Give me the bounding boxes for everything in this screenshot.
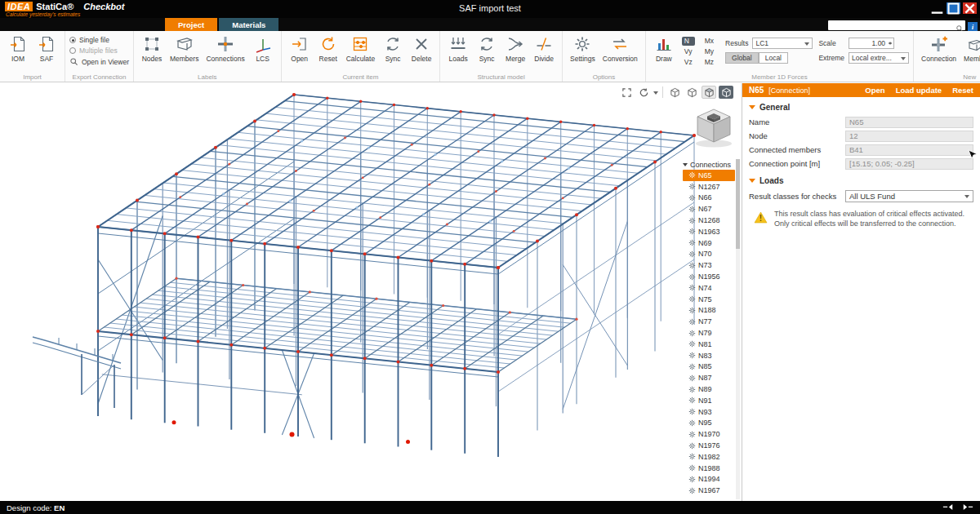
global-toggle[interactable]: Global [725,52,759,64]
detail-open-button[interactable]: Open [865,86,884,95]
detail-reset-button[interactable]: Reset [952,86,973,95]
divide-button[interactable]: Divide [530,33,558,64]
connection-item[interactable]: N79 [683,327,735,339]
labels-members-button[interactable]: Members [167,33,202,64]
sync-item-button[interactable]: Sync [379,33,407,64]
model-viewport-3d[interactable]: Connections N65N1267N66N67N1268N1963N69N… [0,83,742,501]
connection-item[interactable]: N91 [683,395,735,406]
connection-item[interactable]: N1967 [683,485,735,496]
merge-button[interactable]: Merge [501,33,529,64]
collapse-right-icon[interactable] [962,503,973,511]
delete-item-button[interactable]: Delete [408,33,435,64]
labels-lcs-button[interactable]: LCS [249,33,277,64]
connected-members-field[interactable]: B41 [845,144,973,156]
connection-point-field[interactable]: [15.15; 0.05; -0.25] [845,158,973,170]
loads-button[interactable]: Loads [444,33,472,64]
force-my-toggle[interactable]: My [702,47,716,56]
open-item-button[interactable]: Open [286,33,314,64]
new-connection-button[interactable]: Connection [918,33,960,64]
calculate-button[interactable]: Calculate [343,33,378,64]
connection-item[interactable]: N188 [683,305,735,317]
section-collapse-icon[interactable] [749,179,755,186]
collapse-left-icon[interactable] [942,503,954,511]
export-multiple-files-radio[interactable]: Multiple files [69,47,129,55]
connection-item[interactable]: N65 [683,170,735,181]
connection-item[interactable]: N81 [683,339,735,350]
connection-item[interactable]: N67 [683,203,735,215]
connection-item[interactable]: N85 [683,361,735,373]
connection-item[interactable]: N1994 [683,474,735,485]
connection-item[interactable]: N74 [683,282,735,294]
minimize-icon[interactable] [930,2,944,14]
scrollbar-thumb[interactable] [736,159,740,249]
fullscreen-icon[interactable] [619,86,634,99]
divide-icon [535,35,553,53]
loads-section-header[interactable]: Loads [742,171,980,188]
connection-item[interactable]: N69 [683,237,735,249]
connection-item[interactable]: N93 [683,406,735,418]
tree-collapse-icon[interactable] [683,163,688,169]
scale-stepper[interactable]: 1.00 [849,38,894,49]
new-member-button[interactable]: Member [960,33,980,64]
force-vz-toggle[interactable]: Vz [682,58,695,67]
node-field[interactable]: 12 [845,131,973,142]
connection-item[interactable]: N1963 [683,226,735,237]
info-icon[interactable]: i [968,20,978,30]
local-toggle[interactable]: Local [759,52,788,64]
section-collapse-icon[interactable] [749,105,755,113]
close-icon[interactable] [963,2,977,14]
search-icon[interactable] [956,21,964,29]
connections-tree-root[interactable]: Connections [683,159,735,170]
connection-item[interactable]: N75 [683,294,735,305]
labels-nodes-button[interactable]: Nodes [138,33,166,64]
view-shaded-icon[interactable] [719,86,733,99]
reset-item-button[interactable]: Reset [314,33,342,64]
rotate-view-icon[interactable] [636,86,651,99]
general-section-header[interactable]: General [742,97,980,115]
view-solid-icon[interactable] [702,86,716,99]
conversion-button[interactable]: Conversion [599,33,641,64]
results-combo[interactable]: LC1 [752,38,813,49]
settings-button[interactable]: Settings [567,33,599,64]
iom-import-button[interactable]: IOM [4,33,32,64]
connections-scrollbar[interactable] [736,159,740,499]
draw-forces-button[interactable]: Draw [650,33,678,64]
connection-item[interactable]: N1982 [683,451,735,463]
labels-connections-button[interactable]: Connections [203,33,247,64]
chevron-down-icon[interactable] [653,91,658,97]
navigation-cube[interactable] [690,103,737,150]
view-wireframe-icon[interactable] [667,86,682,99]
connection-item[interactable]: N95 [683,418,735,429]
force-mz-toggle[interactable]: Mz [702,58,716,67]
tab-project[interactable]: Project [165,18,217,31]
connection-item[interactable]: N87 [683,372,735,383]
force-mx-toggle[interactable]: Mx [702,37,716,46]
connection-item[interactable]: N89 [683,383,735,395]
force-n-toggle[interactable]: N [682,37,695,46]
saf-import-button[interactable]: SAF [33,33,60,64]
connection-item[interactable]: N77 [683,316,735,327]
maximize-icon[interactable] [947,2,960,14]
export-single-file-radio[interactable]: Single file [69,36,129,44]
connection-item[interactable]: N1956 [683,271,735,282]
open-in-viewer-button[interactable]: Open in Viewer [69,57,129,66]
connection-item[interactable]: N1268 [683,215,735,226]
sync-model-button[interactable]: Sync [473,33,501,64]
connection-item[interactable]: N70 [683,249,735,260]
connection-item[interactable]: N73 [683,259,735,271]
connection-item[interactable]: N1988 [683,463,735,474]
result-classes-combo[interactable]: All ULS Fund [845,190,973,202]
connection-item[interactable]: N1970 [683,428,735,440]
detail-load-update-button[interactable]: Load update [896,86,942,95]
tab-materials[interactable]: Materials [219,18,278,31]
connection-item[interactable]: N66 [683,193,735,204]
extreme-combo[interactable]: Local extre... [849,52,909,64]
connection-item[interactable]: N83 [683,350,735,361]
search-input[interactable] [830,21,956,29]
connection-item[interactable]: N1976 [683,440,735,451]
force-vy-toggle[interactable]: Vy [682,47,695,56]
view-transparent-icon[interactable] [684,86,699,99]
spin-down-icon[interactable] [889,42,892,47]
name-field[interactable]: N65 [845,117,973,128]
connection-item[interactable]: N1267 [683,181,735,193]
